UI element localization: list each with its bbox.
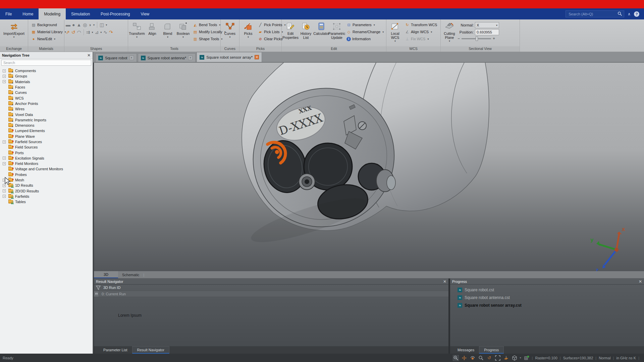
spin-view-icon[interactable]: ↺ <box>486 355 492 361</box>
tree-expander-icon[interactable]: + <box>3 189 6 192</box>
background-button[interactable]: ▨ Background <box>30 21 68 28</box>
dropdown-caret-icon[interactable]: ▾ <box>92 31 93 34</box>
import-export-button[interactable]: Import/Export ▾ <box>2 20 26 46</box>
shape-cone-icon[interactable]: ▲ <box>76 22 81 27</box>
tree-expander-icon[interactable]: + <box>3 80 6 83</box>
bottom-tab[interactable]: Parameter List <box>99 346 132 354</box>
curve-tools-icon[interactable]: ⇉ <box>86 29 90 35</box>
tree-item[interactable]: + Probes <box>1 172 93 177</box>
tree-expander-icon[interactable]: + <box>3 195 6 198</box>
new-edit-button[interactable]: ● New/Edit ▾ <box>30 36 68 42</box>
dropdown-caret-icon[interactable]: ▾ <box>520 356 521 359</box>
edit-properties-button[interactable]: Edit Properties <box>283 20 298 46</box>
material-library-button[interactable]: ▦ Material Library ▾ <box>30 28 68 35</box>
document-tab[interactable]: ≈ Square robot antenna* × <box>138 53 196 62</box>
tree-item[interactable]: + WCS <box>1 95 93 101</box>
close-tab-icon[interactable]: × <box>129 56 134 60</box>
tree-item[interactable]: + Lumped Elements <box>1 128 93 133</box>
tree-item[interactable]: + Parametric Imports <box>1 117 93 123</box>
tree-item[interactable]: + Groups <box>1 73 93 79</box>
close-panel-icon[interactable]: ✕ <box>443 279 446 284</box>
shapes-more-caret-icon[interactable]: ▾ <box>93 23 95 26</box>
bondwire-icon[interactable]: ↷ <box>109 29 113 35</box>
zoom-selection-icon[interactable] <box>478 355 484 361</box>
position-slider[interactable] <box>462 38 491 39</box>
parameters-button[interactable]: ⊡ Parameters ▾ <box>345 21 385 28</box>
pan-icon[interactable] <box>461 355 467 361</box>
rotate-face-icon[interactable]: ↺ <box>71 29 75 35</box>
run-filter-row[interactable]: 3D Run ID <box>94 285 448 291</box>
calculator-button[interactable]: Calculator <box>314 20 329 46</box>
tree-item[interactable]: + Curves <box>1 90 93 95</box>
progress-item[interactable]: ≈ Square robot.cst <box>450 286 644 294</box>
tree-item[interactable]: + Anchor Points <box>1 101 93 106</box>
3d-viewport[interactable]: D-XXXX XXX <box>94 63 644 271</box>
tree-item[interactable]: + Field Sources <box>1 144 93 150</box>
information-button[interactable]: i Information <box>345 36 385 42</box>
tree-expander-icon[interactable]: + <box>3 75 6 78</box>
pin-icon[interactable] <box>94 291 99 297</box>
slider-minus-button[interactable]: − <box>458 36 460 41</box>
fit-view-icon[interactable] <box>495 355 501 361</box>
parametric-update-button[interactable]: Parametric Update <box>329 20 344 46</box>
tree-item[interactable]: + 2D/3D Results <box>1 188 93 194</box>
help-icon[interactable]: ? <box>634 11 639 17</box>
tree-item[interactable]: + Farfields <box>1 194 93 199</box>
tree-item[interactable]: + Field Monitors <box>1 161 93 166</box>
viewport-tab[interactable]: Schematic <box>118 271 143 278</box>
close-panel-icon[interactable]: ✕ <box>639 279 642 284</box>
units-status[interactable]: in GHz ns K <box>616 356 636 360</box>
viewport-tab[interactable]: 3D <box>94 271 118 278</box>
menu-tab[interactable]: Simulation <box>66 8 95 19</box>
rotate-view-icon[interactable] <box>470 355 476 361</box>
align-wcs-button[interactable]: ∠ Align WCS ▾ <box>403 28 439 35</box>
position-input[interactable] <box>475 29 499 35</box>
trace-icon[interactable]: ⊿ <box>95 29 99 35</box>
tree-item[interactable]: + Components <box>1 68 93 73</box>
transform-wcs-button[interactable]: ↻ Transform WCS <box>403 21 439 28</box>
bottom-tab[interactable]: Result Navigator <box>132 346 169 354</box>
menu-tab[interactable]: View <box>135 8 155 19</box>
tree-item[interactable]: + Excitation Signals <box>1 156 93 161</box>
progress-item[interactable]: ≈ Square robot antenna.cst <box>450 294 644 301</box>
transform-button[interactable]: Transform ▾ <box>129 20 144 46</box>
shape-torus-icon[interactable]: ◎ <box>83 22 87 27</box>
current-run-row[interactable]: 0: Current Run <box>94 291 448 297</box>
fix-wcs-button[interactable]: ⊥ Fix WCS ▾ <box>403 36 439 42</box>
tree-item[interactable]: + Farfield Sources <box>1 139 93 144</box>
bottom-tab[interactable]: Progress <box>479 346 504 354</box>
close-tab-icon[interactable]: × <box>255 55 259 59</box>
sheet-shape-icon[interactable]: ◫ <box>100 22 104 27</box>
view-cube-icon[interactable] <box>512 355 518 361</box>
tree-expander-icon[interactable]: + <box>3 140 6 143</box>
rename-change-button[interactable]: ◇ Rename/Change ▾ <box>345 28 385 35</box>
render-mode-status[interactable]: Normal <box>599 356 610 360</box>
shape-sphere-icon[interactable]: ● <box>72 22 75 27</box>
picks-button[interactable]: Picks ▾ <box>241 20 256 46</box>
dropdown-caret-icon[interactable]: ▾ <box>100 31 102 34</box>
align-button[interactable]: Align <box>145 20 160 46</box>
tree-item[interactable]: + Voxel Data <box>1 112 93 117</box>
normal-select[interactable]: X ▾ <box>475 22 499 28</box>
bottom-tab[interactable]: Messages <box>453 346 479 354</box>
tree-item[interactable]: + Tables <box>1 199 93 204</box>
close-tab-icon[interactable]: × <box>188 56 193 60</box>
extrude-icon[interactable]: ⇗ <box>66 29 70 35</box>
curves-button[interactable]: Curves ▾ <box>223 20 237 46</box>
search-icon[interactable] <box>618 11 622 17</box>
tree-item[interactable]: + Faces <box>1 84 93 90</box>
dropdown-caret-icon[interactable]: ▾ <box>106 23 107 26</box>
progress-item[interactable]: ≈ Square robot sensor array.cst <box>450 301 644 309</box>
cutting-plane-button[interactable]: Cutting Plane ▾ <box>442 20 457 46</box>
tree-expander-icon[interactable]: + <box>3 69 6 72</box>
boolean-button[interactable]: Boolean ▾ <box>176 20 191 46</box>
spline-icon[interactable]: ∿ <box>103 29 107 35</box>
blend-button[interactable]: Blend ▾ <box>160 20 175 46</box>
slider-thumb[interactable] <box>476 37 478 41</box>
local-wcs-button[interactable]: Local WCS ▾ <box>388 20 402 46</box>
menu-tab[interactable]: Post-Processing <box>95 8 135 19</box>
cutplane-icon[interactable] <box>503 355 509 361</box>
shape-brick-icon[interactable]: ▬ <box>66 22 70 27</box>
tree-item[interactable]: + Mesh <box>1 177 93 183</box>
tree-item[interactable]: + Ports <box>1 150 93 155</box>
